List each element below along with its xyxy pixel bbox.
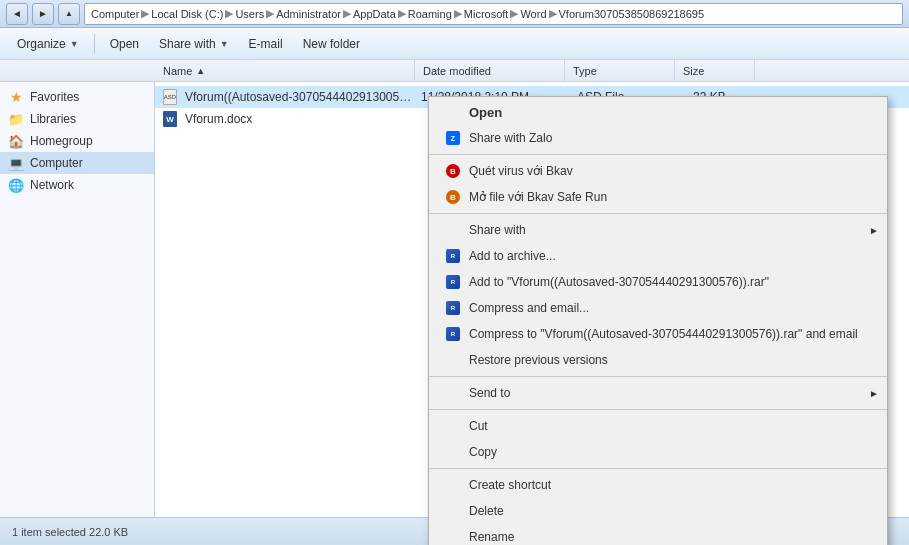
address-segment: Vforum307053850869218695 (559, 8, 705, 20)
ctx-send-to-label: Send to (469, 386, 510, 400)
sidebar-homegroup-label: Homegroup (30, 134, 93, 148)
address-segment: AppData (353, 8, 396, 20)
email-button[interactable]: E-mail (240, 31, 292, 57)
ctx-compress-rar-email[interactable]: R Compress to "Vforum((Autosaved-3070544… (429, 321, 887, 347)
ctx-restore-label: Restore previous versions (469, 353, 608, 367)
context-separator-1 (429, 154, 887, 155)
ctx-add-rar[interactable]: R Add to "Vforum((Autosaved-307054440291… (429, 269, 887, 295)
rar-icon-2: R (445, 274, 461, 290)
address-segment: Local Disk (C:) (151, 8, 223, 20)
ctx-rename-label: Rename (469, 530, 514, 544)
col-size[interactable]: Size (675, 60, 755, 81)
rar-icon-4: R (445, 326, 461, 342)
restore-icon (445, 352, 461, 368)
share-with-button[interactable]: Share with ▼ (150, 31, 238, 57)
sidebar: ★ Favorites 📁 Libraries 🏠 Homegroup 💻 Co… (0, 82, 155, 517)
ctx-scan-bkav-label: Quét virus với Bkav (469, 164, 573, 178)
ctx-share-with[interactable]: Share with ► (429, 217, 887, 243)
address-segment: Microsoft (464, 8, 509, 20)
open-label: Open (110, 37, 139, 51)
status-text: 1 item selected 22.0 KB (12, 526, 128, 538)
back-button[interactable]: ◄ (6, 3, 28, 25)
ctx-share-zalo[interactable]: Z Share with Zalo (429, 125, 887, 151)
toolbar: Organize ▼ Open Share with ▼ E-mail New … (0, 28, 909, 60)
address-segment: Users (235, 8, 264, 20)
ctx-compress-rar-email-label: Compress to "Vforum((Autosaved-307054440… (469, 327, 858, 341)
folder-icon: 📁 (8, 111, 24, 127)
ctx-run-bkav-label: Mở file với Bkav Safe Run (469, 190, 607, 204)
ctx-send-to[interactable]: Send to ► (429, 380, 887, 406)
ctx-open[interactable]: Open (429, 99, 887, 125)
cut-icon (445, 418, 461, 434)
address-segment: Computer (91, 8, 139, 20)
column-headers: Name ▲ Date modified Type Size (0, 60, 909, 82)
ctx-run-bkav[interactable]: B Mở file với Bkav Safe Run (429, 184, 887, 210)
ctx-add-archive-label: Add to archive... (469, 249, 556, 263)
col-date[interactable]: Date modified (415, 60, 565, 81)
ctx-compress-email[interactable]: R Compress and email... (429, 295, 887, 321)
ctx-open-label: Open (469, 105, 502, 120)
context-separator-4 (429, 409, 887, 410)
new-folder-label: New folder (303, 37, 360, 51)
email-label: E-mail (249, 37, 283, 51)
submenu-arrow-icon: ► (869, 225, 879, 236)
ctx-delete-label: Delete (469, 504, 504, 518)
ctx-cut[interactable]: Cut (429, 413, 887, 439)
sidebar-item-libraries[interactable]: 📁 Libraries (0, 108, 154, 130)
star-icon: ★ (8, 89, 24, 105)
shortcut-icon (445, 477, 461, 493)
ctx-copy[interactable]: Copy (429, 439, 887, 465)
network-icon: 🌐 (8, 177, 24, 193)
open-icon (445, 104, 461, 120)
new-folder-button[interactable]: New folder (294, 31, 369, 57)
ctx-compress-email-label: Compress and email... (469, 301, 589, 315)
context-separator-3 (429, 376, 887, 377)
address-segment: Roaming (408, 8, 452, 20)
context-separator-5 (429, 468, 887, 469)
context-menu: Open Z Share with Zalo B Quét virus với … (428, 96, 888, 545)
organize-dropdown-icon: ▼ (70, 39, 79, 49)
computer-icon: 💻 (8, 155, 24, 171)
sidebar-network-label: Network (30, 178, 74, 192)
share-with-icon (445, 222, 461, 238)
home-icon: 🏠 (8, 133, 24, 149)
share-dropdown-icon: ▼ (220, 39, 229, 49)
organize-label: Organize (17, 37, 66, 51)
address-segment: Word (520, 8, 546, 20)
open-button[interactable]: Open (101, 31, 148, 57)
ctx-create-shortcut[interactable]: Create shortcut (429, 472, 887, 498)
up-button[interactable]: ▲ (58, 3, 80, 25)
col-name[interactable]: Name ▲ (155, 60, 415, 81)
address-bar[interactable]: Computer ▶ Local Disk (C:) ▶ Users ▶ Adm… (84, 3, 903, 25)
ctx-scan-bkav[interactable]: B Quét virus với Bkav (429, 158, 887, 184)
sidebar-computer-label: Computer (30, 156, 83, 170)
organize-button[interactable]: Organize ▼ (8, 31, 88, 57)
asd-file-icon: ASD (163, 89, 179, 105)
ctx-share-zalo-label: Share with Zalo (469, 131, 552, 145)
rar-icon-1: R (445, 248, 461, 264)
col-type[interactable]: Type (565, 60, 675, 81)
forward-button[interactable]: ► (32, 3, 54, 25)
ctx-rename[interactable]: Rename (429, 524, 887, 545)
toolbar-separator (94, 34, 95, 54)
sidebar-item-computer[interactable]: 💻 Computer (0, 152, 154, 174)
ctx-share-with-label: Share with (469, 223, 526, 237)
bkav-run-icon: B (445, 189, 461, 205)
sidebar-item-network[interactable]: 🌐 Network (0, 174, 154, 196)
address-segment: Administrator (276, 8, 341, 20)
rename-icon (445, 529, 461, 545)
ctx-add-archive[interactable]: R Add to archive... (429, 243, 887, 269)
sidebar-libraries-label: Libraries (30, 112, 76, 126)
rar-icon-3: R (445, 300, 461, 316)
sidebar-item-homegroup[interactable]: 🏠 Homegroup (0, 130, 154, 152)
file-name: Vforum((Autosaved-307054440291300576)... (185, 90, 415, 104)
ctx-delete[interactable]: Delete (429, 498, 887, 524)
sidebar-item-favorites[interactable]: ★ Favorites (0, 86, 154, 108)
file-name: Vforum.docx (185, 112, 415, 126)
bkav-scan-icon: B (445, 163, 461, 179)
ctx-add-rar-label: Add to "Vforum((Autosaved-30705444029130… (469, 275, 769, 289)
send-to-arrow-icon: ► (869, 388, 879, 399)
word-file-icon: W (163, 111, 179, 127)
ctx-restore[interactable]: Restore previous versions (429, 347, 887, 373)
copy-icon (445, 444, 461, 460)
